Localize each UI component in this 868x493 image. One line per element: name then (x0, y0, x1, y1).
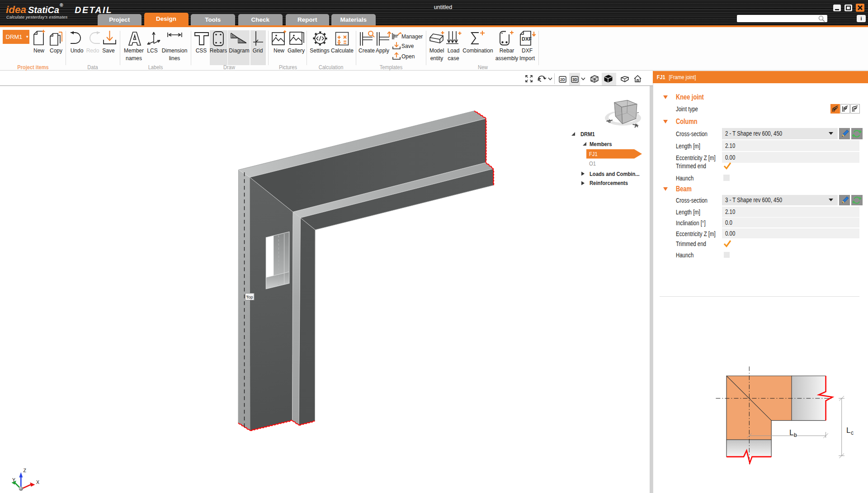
svg-text:DXF: DXF (522, 36, 532, 42)
svg-text:Y: Y (12, 477, 15, 483)
svg-text:L: L (846, 426, 850, 435)
svg-text:3D: 3D (572, 77, 577, 82)
svg-text:b: b (794, 432, 797, 438)
svg-text:Top: Top (246, 294, 253, 299)
svg-text:2D: 2D (560, 77, 565, 82)
svg-text:Z: Z (24, 468, 27, 473)
svg-text:X: X (36, 479, 39, 485)
svg-text:L: L (789, 428, 793, 437)
svg-text:c: c (851, 430, 854, 436)
